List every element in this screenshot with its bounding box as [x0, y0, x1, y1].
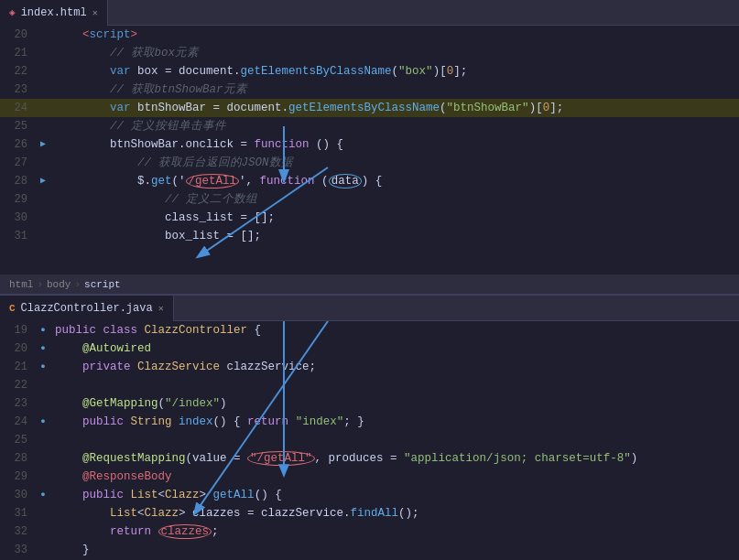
code-line-30: 30 class_list = [];: [0, 209, 739, 227]
editor-container: ◈ index.html ✕ 20 <script> 21 // 获取box元素: [0, 0, 739, 560]
code-line-27: 27 // 获取后台返回的JSON数据: [0, 154, 739, 172]
code-line-20: 20 <script>: [0, 26, 739, 44]
html-icon: ◈: [9, 6, 16, 18]
code-line-b24: 24 ● public String index() { return "ind…: [0, 413, 739, 431]
bottom-tab-bar: C ClazzController.java ✕: [0, 296, 739, 321]
tab-clazz-controller[interactable]: C ClazzController.java ✕: [0, 296, 174, 321]
top-code-area: 20 <script> 21 // 获取box元素 22 var box = d…: [0, 26, 739, 295]
code-line-b25: 25: [0, 431, 739, 449]
code-line-b31: 31 List<Clazz> clazzes = clazzService.fi…: [0, 504, 739, 522]
code-line-b29: 29 @ResponseBody: [0, 468, 739, 486]
tab-label: ClazzController.java: [21, 302, 153, 315]
code-line-31: 31 box_list = [];: [0, 227, 739, 245]
code-line-26: 26 ▶ btnShowBar.onclick = function () {: [0, 135, 739, 154]
code-line-b20: 20 ● @Autowired: [0, 339, 739, 358]
tab-close-icon[interactable]: ✕: [92, 7, 98, 18]
code-line-23: 23 // 获取btnShowBar元素: [0, 81, 739, 99]
bottom-panel: C ClazzController.java ✕: [0, 296, 739, 560]
code-line-b19: 19 ● public class ClazzController {: [0, 321, 739, 339]
tab-close-icon[interactable]: ✕: [158, 303, 164, 314]
top-code-panel: 20 <script> 21 // 获取box元素 22 var box = d…: [0, 26, 739, 296]
code-line-b28: 28 @RequestMapping(value = "/getAll", pr…: [0, 449, 739, 468]
bottom-code-area: 19 ● public class ClazzController { 20 ●…: [0, 321, 739, 560]
code-line-24: 24 var btnShowBar = document.getElements…: [0, 99, 739, 117]
code-line-b22: 22: [0, 376, 739, 394]
java-icon: C: [9, 303, 16, 314]
code-line-28: 28 ▶ $.get('/getAll', function (data) {: [0, 172, 739, 190]
breadcrumb: html › body › script: [0, 275, 739, 295]
top-tab-bar: ◈ index.html ✕: [0, 0, 739, 26]
code-line-22: 22 var box = document.getElementsByClass…: [0, 62, 739, 81]
code-line-b23: 23 @GetMapping("/index"): [0, 394, 739, 413]
tab-index-html[interactable]: ◈ index.html ✕: [0, 0, 108, 26]
code-line-21: 21 // 获取box元素: [0, 44, 739, 62]
code-line-b30: 30 ● public List<Clazz> getAll() {: [0, 486, 739, 504]
code-line-b21: 21 ● private ClazzService clazzService;: [0, 358, 739, 376]
tab-label: index.html: [21, 6, 87, 19]
code-line-b33: 33 }: [0, 541, 739, 559]
code-line-b32: 32 return clazzes;: [0, 522, 739, 541]
code-line-29: 29 // 定义二个数组: [0, 190, 739, 209]
code-line-25: 25 // 定义按钮单击事件: [0, 117, 739, 135]
